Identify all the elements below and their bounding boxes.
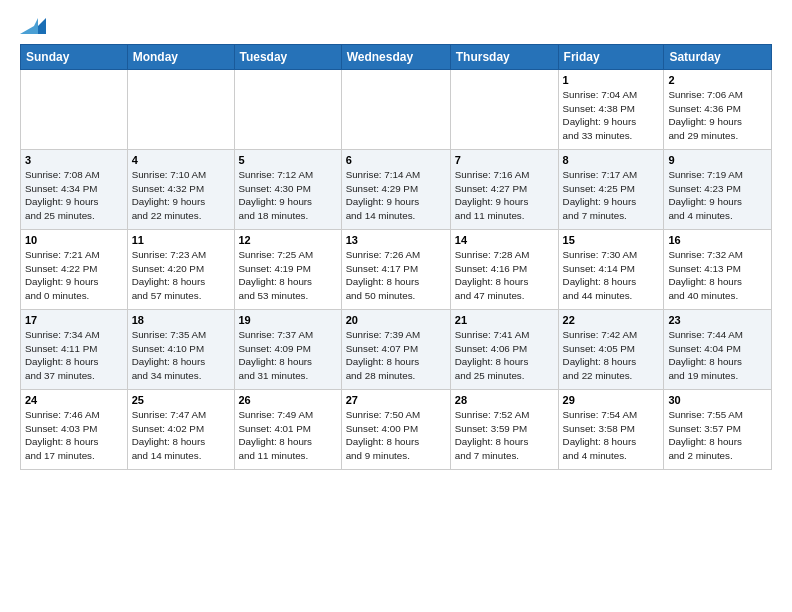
day-info: Sunrise: 7:54 AM Sunset: 3:58 PM Dayligh… [563, 408, 660, 463]
day-of-week-header: Monday [127, 45, 234, 70]
day-number: 14 [455, 234, 554, 246]
calendar-week-row: 24Sunrise: 7:46 AM Sunset: 4:03 PM Dayli… [21, 390, 772, 470]
day-number: 3 [25, 154, 123, 166]
calendar-day-cell: 2Sunrise: 7:06 AM Sunset: 4:36 PM Daylig… [664, 70, 772, 150]
calendar-day-cell: 28Sunrise: 7:52 AM Sunset: 3:59 PM Dayli… [450, 390, 558, 470]
day-info: Sunrise: 7:42 AM Sunset: 4:05 PM Dayligh… [563, 328, 660, 383]
calendar-day-cell: 18Sunrise: 7:35 AM Sunset: 4:10 PM Dayli… [127, 310, 234, 390]
day-info: Sunrise: 7:39 AM Sunset: 4:07 PM Dayligh… [346, 328, 446, 383]
day-number: 9 [668, 154, 767, 166]
day-info: Sunrise: 7:50 AM Sunset: 4:00 PM Dayligh… [346, 408, 446, 463]
calendar-day-cell: 11Sunrise: 7:23 AM Sunset: 4:20 PM Dayli… [127, 230, 234, 310]
calendar-day-cell: 30Sunrise: 7:55 AM Sunset: 3:57 PM Dayli… [664, 390, 772, 470]
day-info: Sunrise: 7:34 AM Sunset: 4:11 PM Dayligh… [25, 328, 123, 383]
day-info: Sunrise: 7:41 AM Sunset: 4:06 PM Dayligh… [455, 328, 554, 383]
calendar-day-cell: 24Sunrise: 7:46 AM Sunset: 4:03 PM Dayli… [21, 390, 128, 470]
calendar-day-cell: 7Sunrise: 7:16 AM Sunset: 4:27 PM Daylig… [450, 150, 558, 230]
calendar-day-cell: 16Sunrise: 7:32 AM Sunset: 4:13 PM Dayli… [664, 230, 772, 310]
day-number: 16 [668, 234, 767, 246]
day-of-week-header: Saturday [664, 45, 772, 70]
day-number: 6 [346, 154, 446, 166]
calendar-day-cell: 3Sunrise: 7:08 AM Sunset: 4:34 PM Daylig… [21, 150, 128, 230]
day-number: 27 [346, 394, 446, 406]
day-info: Sunrise: 7:06 AM Sunset: 4:36 PM Dayligh… [668, 88, 767, 143]
day-number: 21 [455, 314, 554, 326]
day-number: 1 [563, 74, 660, 86]
calendar-table: SundayMondayTuesdayWednesdayThursdayFrid… [20, 44, 772, 470]
calendar-day-cell: 5Sunrise: 7:12 AM Sunset: 4:30 PM Daylig… [234, 150, 341, 230]
calendar-day-cell: 10Sunrise: 7:21 AM Sunset: 4:22 PM Dayli… [21, 230, 128, 310]
day-number: 26 [239, 394, 337, 406]
calendar-day-cell: 1Sunrise: 7:04 AM Sunset: 4:38 PM Daylig… [558, 70, 664, 150]
calendar-day-cell: 22Sunrise: 7:42 AM Sunset: 4:05 PM Dayli… [558, 310, 664, 390]
calendar-day-cell: 29Sunrise: 7:54 AM Sunset: 3:58 PM Dayli… [558, 390, 664, 470]
day-info: Sunrise: 7:25 AM Sunset: 4:19 PM Dayligh… [239, 248, 337, 303]
calendar-week-row: 17Sunrise: 7:34 AM Sunset: 4:11 PM Dayli… [21, 310, 772, 390]
calendar-day-cell: 27Sunrise: 7:50 AM Sunset: 4:00 PM Dayli… [341, 390, 450, 470]
calendar-day-cell [234, 70, 341, 150]
day-number: 7 [455, 154, 554, 166]
calendar-day-cell: 21Sunrise: 7:41 AM Sunset: 4:06 PM Dayli… [450, 310, 558, 390]
day-info: Sunrise: 7:35 AM Sunset: 4:10 PM Dayligh… [132, 328, 230, 383]
day-number: 8 [563, 154, 660, 166]
day-info: Sunrise: 7:46 AM Sunset: 4:03 PM Dayligh… [25, 408, 123, 463]
calendar-day-cell: 9Sunrise: 7:19 AM Sunset: 4:23 PM Daylig… [664, 150, 772, 230]
calendar-body: 1Sunrise: 7:04 AM Sunset: 4:38 PM Daylig… [21, 70, 772, 470]
day-info: Sunrise: 7:28 AM Sunset: 4:16 PM Dayligh… [455, 248, 554, 303]
day-number: 22 [563, 314, 660, 326]
calendar-day-cell: 20Sunrise: 7:39 AM Sunset: 4:07 PM Dayli… [341, 310, 450, 390]
day-info: Sunrise: 7:04 AM Sunset: 4:38 PM Dayligh… [563, 88, 660, 143]
calendar-day-cell [450, 70, 558, 150]
day-of-week-header: Wednesday [341, 45, 450, 70]
calendar-day-cell: 8Sunrise: 7:17 AM Sunset: 4:25 PM Daylig… [558, 150, 664, 230]
calendar-week-row: 10Sunrise: 7:21 AM Sunset: 4:22 PM Dayli… [21, 230, 772, 310]
calendar-day-cell: 17Sunrise: 7:34 AM Sunset: 4:11 PM Dayli… [21, 310, 128, 390]
day-number: 12 [239, 234, 337, 246]
day-number: 25 [132, 394, 230, 406]
calendar-day-cell: 12Sunrise: 7:25 AM Sunset: 4:19 PM Dayli… [234, 230, 341, 310]
logo [20, 16, 46, 36]
day-of-week-header: Thursday [450, 45, 558, 70]
calendar-day-cell [21, 70, 128, 150]
logo-icon [20, 16, 46, 36]
calendar-week-row: 3Sunrise: 7:08 AM Sunset: 4:34 PM Daylig… [21, 150, 772, 230]
day-number: 20 [346, 314, 446, 326]
calendar-header: SundayMondayTuesdayWednesdayThursdayFrid… [21, 45, 772, 70]
day-number: 13 [346, 234, 446, 246]
day-of-week-header: Sunday [21, 45, 128, 70]
day-number: 19 [239, 314, 337, 326]
day-number: 28 [455, 394, 554, 406]
day-info: Sunrise: 7:49 AM Sunset: 4:01 PM Dayligh… [239, 408, 337, 463]
day-info: Sunrise: 7:47 AM Sunset: 4:02 PM Dayligh… [132, 408, 230, 463]
day-info: Sunrise: 7:19 AM Sunset: 4:23 PM Dayligh… [668, 168, 767, 223]
day-number: 24 [25, 394, 123, 406]
calendar-day-cell: 25Sunrise: 7:47 AM Sunset: 4:02 PM Dayli… [127, 390, 234, 470]
day-number: 5 [239, 154, 337, 166]
calendar-day-cell: 19Sunrise: 7:37 AM Sunset: 4:09 PM Dayli… [234, 310, 341, 390]
day-info: Sunrise: 7:10 AM Sunset: 4:32 PM Dayligh… [132, 168, 230, 223]
calendar-day-cell: 13Sunrise: 7:26 AM Sunset: 4:17 PM Dayli… [341, 230, 450, 310]
day-info: Sunrise: 7:30 AM Sunset: 4:14 PM Dayligh… [563, 248, 660, 303]
day-number: 10 [25, 234, 123, 246]
page-header [20, 16, 772, 36]
day-info: Sunrise: 7:55 AM Sunset: 3:57 PM Dayligh… [668, 408, 767, 463]
day-number: 17 [25, 314, 123, 326]
day-number: 23 [668, 314, 767, 326]
day-info: Sunrise: 7:14 AM Sunset: 4:29 PM Dayligh… [346, 168, 446, 223]
calendar-day-cell: 4Sunrise: 7:10 AM Sunset: 4:32 PM Daylig… [127, 150, 234, 230]
calendar-day-cell: 23Sunrise: 7:44 AM Sunset: 4:04 PM Dayli… [664, 310, 772, 390]
day-number: 2 [668, 74, 767, 86]
day-info: Sunrise: 7:26 AM Sunset: 4:17 PM Dayligh… [346, 248, 446, 303]
calendar-day-cell: 6Sunrise: 7:14 AM Sunset: 4:29 PM Daylig… [341, 150, 450, 230]
day-number: 4 [132, 154, 230, 166]
day-number: 15 [563, 234, 660, 246]
calendar-week-row: 1Sunrise: 7:04 AM Sunset: 4:38 PM Daylig… [21, 70, 772, 150]
day-info: Sunrise: 7:37 AM Sunset: 4:09 PM Dayligh… [239, 328, 337, 383]
calendar-day-cell: 15Sunrise: 7:30 AM Sunset: 4:14 PM Dayli… [558, 230, 664, 310]
day-info: Sunrise: 7:12 AM Sunset: 4:30 PM Dayligh… [239, 168, 337, 223]
day-info: Sunrise: 7:23 AM Sunset: 4:20 PM Dayligh… [132, 248, 230, 303]
calendar-day-cell [341, 70, 450, 150]
day-info: Sunrise: 7:16 AM Sunset: 4:27 PM Dayligh… [455, 168, 554, 223]
calendar-day-cell: 14Sunrise: 7:28 AM Sunset: 4:16 PM Dayli… [450, 230, 558, 310]
day-info: Sunrise: 7:32 AM Sunset: 4:13 PM Dayligh… [668, 248, 767, 303]
